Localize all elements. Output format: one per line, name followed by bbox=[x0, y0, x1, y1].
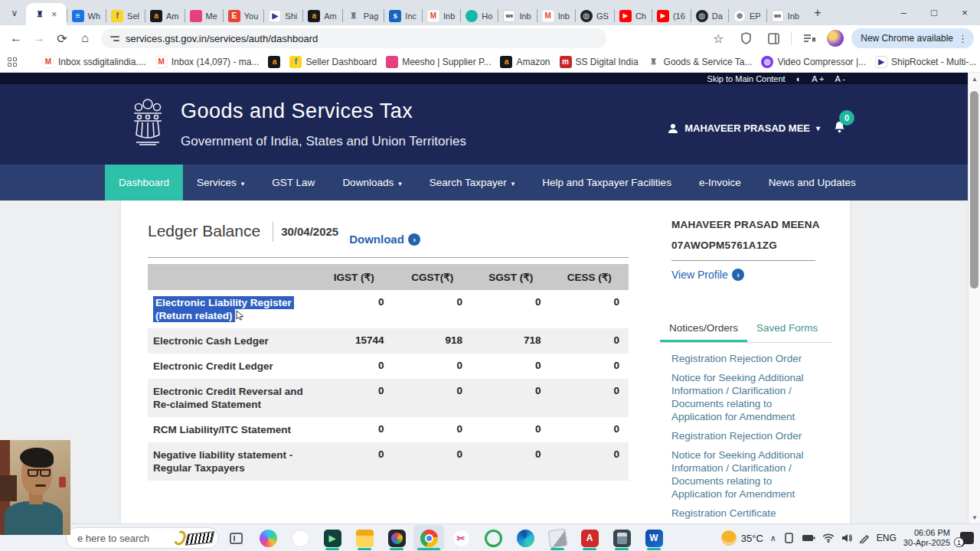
browser-tab-10[interactable]: MInb bbox=[422, 6, 460, 25]
forward-icon[interactable]: → bbox=[29, 28, 49, 48]
browser-tab-16[interactable]: ▶(16 bbox=[652, 6, 691, 25]
chrome-update-pill[interactable]: New Chrome available ⋮ bbox=[851, 28, 974, 48]
taskbar-app-clipchamp[interactable]: ▶ bbox=[317, 525, 348, 551]
bookmark-4[interactable]: Meesho | Supplier P... bbox=[382, 54, 495, 70]
browser-tab-11[interactable]: Ho bbox=[460, 6, 498, 25]
notice-link-1[interactable]: Notice for Seeking Additional Informatio… bbox=[671, 371, 822, 423]
download-link[interactable]: Download › bbox=[349, 233, 420, 246]
browser-tab-18[interactable]: ⊕EP bbox=[728, 6, 766, 25]
browser-tab-17[interactable]: ◎Da bbox=[691, 6, 728, 25]
clock[interactable]: 06:06 PM 30-Apr-2025 bbox=[903, 528, 950, 548]
nav-item-gst-law[interactable]: GST Law bbox=[258, 165, 328, 201]
page-scrollbar[interactable]: ▲ ▼ bbox=[968, 73, 980, 523]
notice-link-4[interactable]: Registration Certificate bbox=[671, 507, 822, 520]
skip-to-main-link[interactable]: Skip to Main Content bbox=[707, 74, 786, 83]
close-button[interactable]: × bbox=[949, 0, 980, 25]
browser-tab-6[interactable]: ▶Shi bbox=[263, 6, 302, 25]
weather-widget[interactable]: 35°C bbox=[721, 530, 763, 546]
contrast-toggle-icon[interactable]: ◐ bbox=[796, 74, 802, 83]
notice-link-3[interactable]: Notice for Seeking Additional Informatio… bbox=[671, 448, 822, 500]
side-panel-icon[interactable] bbox=[763, 28, 783, 48]
wifi-icon[interactable] bbox=[822, 533, 835, 543]
bookmark-0[interactable]: MInbox ssdigitalindia.... bbox=[38, 54, 150, 70]
scroll-down-icon[interactable]: ▼ bbox=[969, 511, 980, 523]
table-row[interactable]: Negative liability statement - Regular T… bbox=[148, 442, 629, 481]
taskbar-app-file-explorer[interactable] bbox=[349, 525, 380, 551]
volume-icon[interactable] bbox=[841, 533, 852, 543]
notification-center[interactable]: 1 bbox=[960, 532, 974, 544]
user-menu[interactable]: MAHAVEER PRASAD MEE ▾ 0 bbox=[668, 121, 845, 135]
pen-icon[interactable] bbox=[859, 533, 870, 543]
nav-item-dashboard[interactable]: Dashboard bbox=[105, 165, 183, 201]
table-row[interactable]: Electronic Credit Reversal and Re-claime… bbox=[148, 379, 629, 417]
profile-avatar[interactable] bbox=[827, 30, 844, 47]
notice-link-0[interactable]: Registration Rejection Order bbox=[671, 352, 822, 365]
taskbar-app-notepad[interactable] bbox=[542, 525, 573, 551]
taskbar-app-ring[interactable] bbox=[478, 525, 508, 551]
taskbar-app-edge[interactable] bbox=[510, 525, 541, 551]
tray-overflow-icon[interactable]: ∧ bbox=[770, 533, 776, 543]
browser-tab-4[interactable]: Me bbox=[185, 6, 223, 25]
table-row[interactable]: Electronic Liability Register (Return re… bbox=[148, 290, 629, 328]
tab-notices-orders[interactable]: Notices/Orders bbox=[660, 318, 747, 342]
font-decrease-button[interactable]: A - bbox=[835, 74, 845, 83]
taskbar-app-photos[interactable] bbox=[381, 525, 412, 551]
browser-tab-3[interactable]: aAm bbox=[145, 6, 185, 25]
table-row[interactable]: Electronic Credit Ledger0000 bbox=[148, 354, 629, 379]
browser-tab-14[interactable]: ◎GS bbox=[575, 6, 614, 25]
reading-list-icon[interactable] bbox=[799, 28, 819, 48]
taskbar-app-a-app[interactable] bbox=[285, 525, 315, 551]
minimize-button[interactable]: – bbox=[888, 0, 919, 25]
bookmark-1[interactable]: MInbox (14,097) - ma... bbox=[152, 54, 263, 70]
browser-tab-13[interactable]: MInb bbox=[537, 6, 575, 25]
table-row[interactable]: RCM Liability/ITC Statement0000 bbox=[148, 417, 629, 442]
password-shield-icon[interactable] bbox=[736, 28, 756, 48]
font-increase-button[interactable]: A + bbox=[812, 74, 824, 83]
bookmark-6[interactable]: mSS Digital India bbox=[556, 54, 642, 70]
browser-tab-7[interactable]: aAm bbox=[302, 6, 342, 25]
bookmark-8[interactable]: ◎Video Compressor |... bbox=[757, 54, 870, 70]
new-tab-button[interactable]: + bbox=[808, 3, 828, 23]
nav-item-news-and-updates[interactable]: News and Updates bbox=[755, 165, 870, 201]
taskbar-app-task-view[interactable] bbox=[220, 525, 251, 551]
bookmark-star-icon[interactable]: ☆ bbox=[708, 28, 728, 48]
nav-item-downloads[interactable]: Downloads▾ bbox=[328, 165, 415, 201]
tab-saved-forms[interactable]: Saved Forms bbox=[747, 318, 827, 342]
browser-tab-1[interactable]: ≡Wh bbox=[67, 6, 106, 25]
menu-dots-icon[interactable]: ⋮ bbox=[958, 33, 968, 44]
bookmark-7[interactable]: ♜Goods & Service Ta... bbox=[644, 54, 756, 70]
nav-item-e-invoice[interactable]: e-Invoice bbox=[685, 165, 755, 201]
tab-close-icon[interactable]: × bbox=[50, 8, 59, 20]
apps-grid-icon[interactable] bbox=[8, 57, 17, 67]
nav-item-search-taxpayer[interactable]: Search Taxpayer▾ bbox=[416, 165, 529, 201]
browser-tab-8[interactable]: ♜Pag bbox=[342, 6, 384, 25]
bookmark-2[interactable]: a bbox=[264, 54, 284, 70]
battery-icon[interactable] bbox=[802, 533, 815, 543]
back-icon[interactable]: ← bbox=[6, 28, 26, 48]
browser-tab-19[interactable]: wxInb bbox=[766, 6, 805, 25]
browser-tab-9[interactable]: sInc bbox=[384, 6, 422, 25]
table-row[interactable]: Electronic Cash Ledger157449187180 bbox=[148, 328, 629, 354]
search-highlight-art[interactable] bbox=[175, 527, 217, 549]
bookmark-5[interactable]: aAmazon bbox=[496, 54, 554, 70]
view-profile-link[interactable]: View Profile › bbox=[671, 269, 832, 281]
reload-icon[interactable]: ⟳ bbox=[52, 28, 72, 48]
home-icon[interactable]: ⌂ bbox=[75, 28, 95, 48]
nav-item-help-and-taxpayer-facilities[interactable]: Help and Taxpayer Facilities bbox=[528, 165, 685, 201]
taskbar-app-word[interactable]: W bbox=[639, 525, 669, 551]
browser-tab-0[interactable]: ♜× bbox=[26, 3, 67, 25]
taskbar-app-copilot[interactable] bbox=[253, 525, 283, 551]
site-settings-icon[interactable] bbox=[110, 36, 119, 41]
tab-search-icon[interactable]: ∨ bbox=[5, 3, 24, 23]
taskbar-app-snipping[interactable]: ✂ bbox=[446, 525, 476, 551]
taskbar-app-acrobat[interactable]: A bbox=[574, 525, 605, 551]
language-indicator[interactable]: ENG bbox=[877, 533, 897, 543]
maximize-button[interactable]: □ bbox=[919, 0, 949, 25]
browser-tab-2[interactable]: fSel bbox=[106, 6, 145, 25]
address-bar[interactable]: services.gst.gov.in/services/auth/dashbo… bbox=[101, 28, 606, 48]
notifications-bell[interactable]: 0 bbox=[834, 121, 845, 135]
taskbar-app-calculator[interactable] bbox=[606, 525, 637, 551]
taskbar-app-chrome[interactable] bbox=[413, 525, 444, 551]
bookmark-9[interactable]: ▶ShipRocket - Multi-... bbox=[871, 54, 980, 70]
browser-tab-15[interactable]: ▶Ch bbox=[614, 6, 652, 25]
